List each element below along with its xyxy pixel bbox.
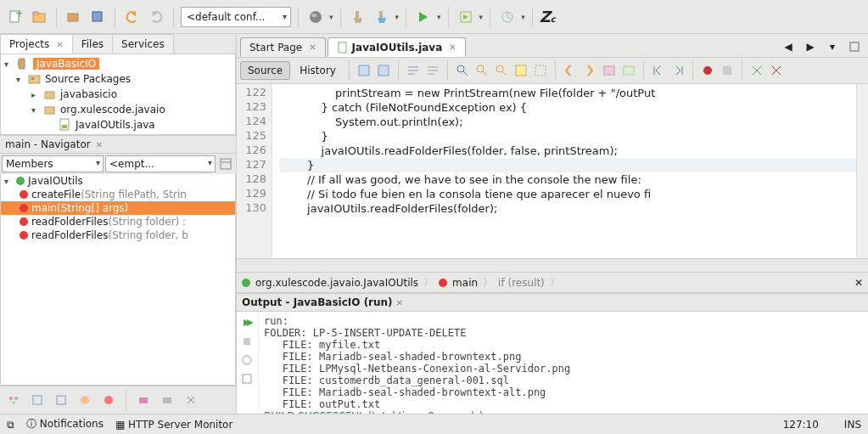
filter-icon[interactable] <box>51 390 71 410</box>
filter-icon[interactable] <box>27 390 48 410</box>
uncomment-icon[interactable] <box>768 62 785 79</box>
rerun-icon[interactable] <box>238 315 255 330</box>
stop-icon[interactable] <box>238 334 255 349</box>
tab-services[interactable]: Services <box>112 34 174 54</box>
filter-icon[interactable] <box>157 390 177 410</box>
toolbar-icon[interactable] <box>424 62 441 79</box>
nav-options-icon[interactable] <box>217 155 234 172</box>
close-icon[interactable]: ✕ <box>96 140 103 149</box>
svg-rect-3 <box>33 12 38 14</box>
maximize-icon[interactable] <box>844 37 865 57</box>
filter-icon[interactable] <box>133 390 154 410</box>
nav-forward-icon[interactable] <box>581 62 598 79</box>
breadcrumb-inner[interactable]: if (result) <box>498 277 545 289</box>
save-all-icon[interactable] <box>87 7 108 27</box>
svg-rect-19 <box>221 159 231 169</box>
filter-icon[interactable] <box>98 390 119 410</box>
config-combo[interactable]: <default conf... <box>181 7 291 27</box>
toolbar-icon[interactable] <box>601 62 618 79</box>
code-content[interactable]: printStream = new PrintStream(new File(f… <box>272 84 856 258</box>
tab-files[interactable]: Files <box>72 34 113 54</box>
svg-point-34 <box>457 65 464 72</box>
svg-rect-17 <box>60 119 69 130</box>
tab-start-page[interactable]: Start Page✕ <box>240 37 326 57</box>
tab-list-icon[interactable]: ▾ <box>822 37 843 57</box>
comment-icon[interactable] <box>748 62 765 79</box>
history-button[interactable]: History <box>293 62 343 79</box>
find-prev-icon[interactable] <box>473 62 490 79</box>
svg-point-22 <box>14 397 18 400</box>
package-node-2[interactable]: ▾org.xulescode.javaio <box>1 102 235 117</box>
output-settings-icon[interactable] <box>238 352 255 368</box>
undo-icon[interactable] <box>122 7 143 27</box>
close-icon[interactable]: ✕ <box>56 40 63 49</box>
filter-icon[interactable] <box>3 390 24 410</box>
task-icon[interactable]: ⧉ <box>7 419 14 431</box>
nav-method-main[interactable]: main(String[] args) <box>1 201 235 215</box>
breadcrumb-method[interactable]: main <box>452 277 478 289</box>
nav-back-icon[interactable] <box>562 62 579 79</box>
toolbar-icon[interactable] <box>532 62 549 79</box>
package-node-1[interactable]: ▸javabasicio <box>1 87 235 102</box>
shift-right-icon[interactable] <box>669 62 686 79</box>
macro-record-icon[interactable] <box>699 62 716 79</box>
output-text[interactable]: run: FOLDER: LP-5-INSERT-UPDATE-DELETE F… <box>259 312 868 414</box>
insert-mode[interactable]: INS <box>844 419 861 431</box>
prev-tab-icon[interactable]: ◀ <box>778 37 798 57</box>
clean-build-icon[interactable] <box>372 7 392 27</box>
next-tab-icon[interactable]: ▶ <box>800 37 820 57</box>
filter-combo[interactable]: <empt... <box>105 155 216 172</box>
z-logo-icon[interactable]: Zc <box>540 8 556 26</box>
close-icon[interactable]: ✕ <box>449 42 456 52</box>
nav-method[interactable]: readFolderFiles(String folder) : <box>1 215 235 228</box>
error-stripe[interactable] <box>856 84 868 258</box>
open-icon[interactable] <box>64 7 84 27</box>
nav-method[interactable]: createFile(String filePath, Strin <box>1 188 235 201</box>
horizontal-scrollbar[interactable] <box>237 258 868 272</box>
project-node[interactable]: ▾JavaBasicIO <box>1 56 235 71</box>
svg-line-35 <box>463 71 468 76</box>
close-icon[interactable]: ✕ <box>396 298 403 307</box>
notifications-button[interactable]: ⓘ Notifications <box>26 417 104 431</box>
toolbar-icon[interactable] <box>405 62 422 79</box>
run-icon[interactable] <box>413 7 434 27</box>
find-next-icon[interactable] <box>493 62 510 79</box>
members-combo[interactable]: Members <box>2 155 104 172</box>
debug-icon[interactable] <box>456 7 476 27</box>
macro-stop-icon[interactable] <box>719 62 736 79</box>
source-packages-node[interactable]: ▾Source Packages <box>1 71 235 87</box>
svg-rect-16 <box>45 107 54 114</box>
toggle-highlight-icon[interactable] <box>512 62 529 79</box>
tab-java-file[interactable]: JavaIOUtils.java✕ <box>328 37 466 57</box>
method-icon <box>20 217 28 226</box>
new-file-icon[interactable]: + <box>5 7 25 27</box>
java-file-node[interactable]: JavaIOUtils.java <box>1 117 235 132</box>
profile-icon[interactable] <box>497 7 518 27</box>
output-clear-icon[interactable] <box>238 371 255 386</box>
nav-class-node[interactable]: ▾JavaIOUtils <box>1 174 235 188</box>
code-editor[interactable]: 122123124125126127128129130 printStream … <box>237 84 868 258</box>
close-icon[interactable]: ✕ <box>309 42 316 52</box>
build-icon[interactable] <box>348 7 368 27</box>
find-icon[interactable] <box>454 62 471 79</box>
close-icon[interactable]: ✕ <box>854 277 863 289</box>
new-project-icon[interactable] <box>29 7 49 27</box>
svg-line-37 <box>483 71 487 76</box>
toolbar-icon[interactable] <box>375 62 392 79</box>
navigator-body: ▾JavaIOUtils createFile(String filePath,… <box>0 174 236 386</box>
tab-projects[interactable]: Projects✕ <box>0 34 73 54</box>
toolbar-icon[interactable] <box>620 62 637 79</box>
svg-rect-18 <box>62 125 67 128</box>
globe-icon[interactable] <box>305 7 326 27</box>
toolbar-icon[interactable] <box>356 62 372 79</box>
svg-point-6 <box>310 11 322 23</box>
breadcrumb-class[interactable]: org.xulescode.javaio.JavaIOUtils <box>255 277 418 289</box>
redo-icon[interactable] <box>146 7 166 27</box>
nav-method[interactable]: readFolderFiles(String folder, b <box>1 228 235 242</box>
shift-left-icon[interactable] <box>650 62 667 79</box>
filter-icon[interactable] <box>181 390 201 410</box>
source-button[interactable]: Source <box>240 61 290 80</box>
filter-icon[interactable] <box>75 390 95 410</box>
http-monitor-button[interactable]: ▦ HTTP Server Monitor <box>115 419 232 431</box>
svg-rect-32 <box>359 65 369 76</box>
